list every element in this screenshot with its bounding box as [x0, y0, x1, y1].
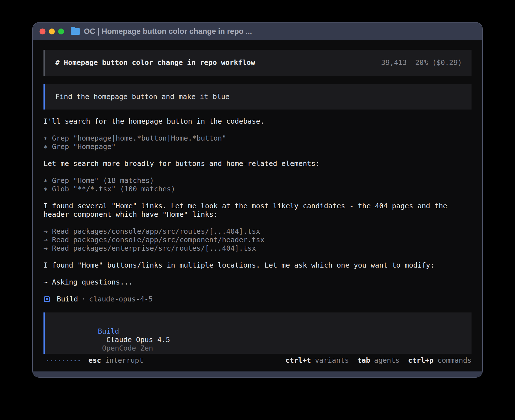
window-controls [40, 29, 64, 34]
spinner-dot-icon [51, 360, 52, 361]
shortcut-hint: ctrl+tvariants [285, 356, 349, 365]
shortcut-key: ctrl+p [408, 356, 433, 364]
minimize-button[interactable] [49, 29, 55, 34]
spinner-dot-icon [71, 360, 72, 361]
input-status-row: Build Claude Opus 4.5 OpenCode Zen [55, 319, 461, 361]
status-bar: esc interrupt ctrl+tvariantstabagentsctr… [43, 355, 472, 366]
fullscreen-button[interactable] [58, 29, 64, 34]
user-message: Find the homepage button and make it blu… [43, 84, 472, 110]
shortcut-action: commands [438, 356, 472, 364]
user-message-text: Find the homepage button and make it blu… [55, 93, 230, 101]
shortcut-hint: tabagents [357, 356, 400, 365]
tool-call-line: ∗ Grep "homepage|home.*button|Home.*butt… [43, 134, 472, 143]
spinner-dot-icon [75, 360, 76, 361]
transcript-blank-line [43, 168, 472, 176]
agent-status: Build · claude-opus-4-5 [43, 295, 472, 303]
transcript-blank-line [43, 219, 472, 227]
assistant-text-line: I'll search for the homepage button in t… [43, 117, 472, 126]
separator-dot-icon: · [81, 295, 86, 303]
input-provider-label: OpenCode Zen [102, 344, 153, 352]
session-header: # Homepage button color change in repo w… [43, 50, 472, 76]
session-title: # Homepage button color change in repo w… [55, 58, 255, 67]
spinner-dot-icon [63, 360, 64, 361]
transcript-blank-line [43, 151, 472, 159]
spinner-dot-icon [55, 360, 56, 361]
spinner-dot-icon [59, 360, 60, 361]
input-model-label[interactable]: Claude Opus 4.5 [106, 336, 170, 344]
shortcut-key: ctrl+t [285, 356, 311, 364]
tool-call-line: ∗ Grep "Home" (18 matches) [43, 176, 472, 185]
assistant-text-line: header component which have "Home" links… [43, 210, 472, 219]
spinner-dots-icon [47, 360, 80, 361]
token-count: 39,413 [381, 58, 407, 67]
prompt-input[interactable]: Build Claude Opus 4.5 OpenCode Zen [43, 312, 472, 354]
input-agent-label[interactable]: Build [98, 327, 119, 335]
assistant-text-line: Let me search more broadly for buttons a… [43, 159, 472, 168]
esc-key-hint: esc [88, 356, 101, 365]
transcript-blank-line [43, 253, 472, 261]
transcript-blank-line [43, 126, 472, 134]
tool-call-line: → Read packages/console/app/src/componen… [43, 236, 472, 244]
model-id: claude-opus-4-5 [89, 295, 153, 303]
agent-build-icon-inner [46, 298, 48, 300]
tool-call-line: ∗ Glob "**/*.tsx" (100 matches) [43, 185, 472, 193]
assistant-text-line: ~ Asking questions... [43, 278, 472, 286]
shortcut-action: variants [315, 356, 349, 364]
window-bottom-bar [33, 371, 482, 377]
spinner-dot-icon [47, 360, 48, 361]
shortcut-hints: ctrl+tvariantstabagentsctrl+pcommands [285, 356, 472, 365]
spinner-dot-icon [67, 360, 68, 361]
transcript-blank-line [43, 270, 472, 278]
desktop: OC | Homepage button color change in rep… [0, 0, 515, 420]
shortcut-action: agents [374, 356, 400, 364]
tool-call-line: → Read packages/console/app/src/routes/[… [43, 227, 472, 236]
agent-build-icon [44, 296, 50, 302]
transcript: I'll search for the homepage button in t… [43, 117, 472, 295]
titlebar[interactable]: OC | Homepage button color change in rep… [33, 23, 482, 40]
tool-call-line: → Read packages/enterprise/src/routes/[.… [43, 244, 472, 253]
transcript-blank-line [43, 193, 472, 202]
close-button[interactable] [40, 29, 45, 34]
session-stats: 39,413 20% ($0.29) [381, 58, 462, 67]
shortcut-key: tab [357, 356, 370, 364]
assistant-text-line: I found "Home" buttons/links in multiple… [43, 261, 472, 270]
shortcut-hint: ctrl+pcommands [408, 356, 472, 365]
interrupt-action-hint: interrupt [105, 356, 143, 365]
context-usage: 20% ($0.29) [415, 58, 462, 67]
terminal-window: OC | Homepage button color change in rep… [32, 22, 483, 378]
window-title: OC | Homepage button color change in rep… [84, 27, 252, 36]
session-view: # Homepage button color change in repo w… [33, 40, 482, 371]
assistant-text-line: I found several "Home" links. Let me loo… [43, 202, 472, 210]
transcript-blank-line [43, 286, 472, 295]
folder-icon [71, 28, 80, 35]
spinner-dot-icon [78, 360, 80, 361]
agent-name: Build [57, 295, 78, 303]
tool-call-line: ∗ Grep "Homepage" [43, 143, 472, 151]
status-bar-left: esc interrupt [47, 356, 143, 365]
